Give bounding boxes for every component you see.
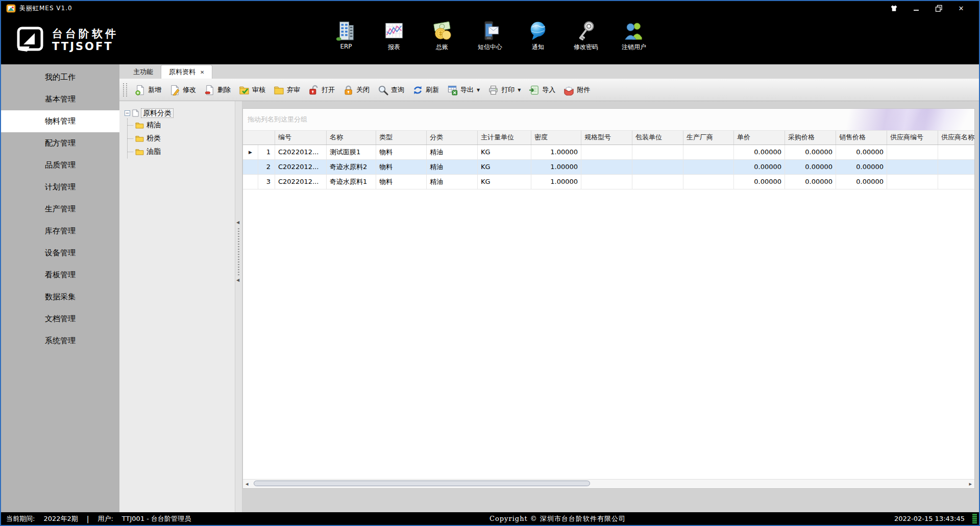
cell-name[interactable]: 奇迹水原料2 [327, 160, 376, 174]
print-button[interactable]: 打印 ▼ [484, 82, 525, 98]
sidebar-item-document[interactable]: 文档管理 [1, 308, 119, 330]
cell-category[interactable]: 精油 [427, 175, 478, 189]
column-header-type[interactable]: 类型 [376, 131, 427, 145]
cell-manufacturer[interactable] [683, 160, 734, 174]
tree-root-node[interactable]: 原料分类 [141, 108, 174, 118]
cell-manufacturer[interactable] [683, 145, 734, 159]
quick-launch-general-ledger[interactable]: 总账 [429, 20, 455, 52]
unaudit-button[interactable]: 弃审 [270, 82, 304, 98]
cell-unit-price[interactable]: 0.00000 [734, 175, 785, 189]
audit-button[interactable]: 审核 [235, 82, 270, 98]
table-row[interactable]: 2C2022012...奇迹水原料2物料精油KG1.000000.000000.… [243, 160, 974, 175]
cell-name[interactable]: 奇迹水原料1 [327, 175, 376, 189]
cell-spec-model[interactable] [581, 160, 632, 174]
horizontal-scrollbar[interactable]: ◂ ▸ [243, 479, 974, 488]
sidebar-item-my-work[interactable]: 我的工作 [1, 66, 119, 88]
column-header-manufacturer[interactable]: 生产厂商 [683, 131, 734, 145]
cell-main-unit[interactable]: KG [478, 160, 531, 174]
import-button[interactable]: 导入 [525, 82, 559, 98]
close-button[interactable]: ✕ [953, 3, 969, 14]
column-header-sale-price[interactable]: 销售价格 [836, 131, 887, 145]
edit-button[interactable]: 修改 [165, 82, 200, 98]
cell-spec-model[interactable] [581, 175, 632, 189]
splitter-handle[interactable] [238, 228, 239, 276]
quick-launch-change-password[interactable]: 修改密码 [573, 20, 599, 52]
cell-category[interactable]: 精油 [427, 160, 478, 174]
new-button[interactable]: 新增 [131, 82, 165, 98]
sidebar-item-production[interactable]: 生产管理 [1, 198, 119, 220]
sidebar-item-data-collection[interactable]: 数据采集 [1, 286, 119, 308]
sidebar-item-kanban[interactable]: 看板管理 [1, 264, 119, 286]
query-button[interactable]: 查询 [374, 82, 408, 98]
splitter[interactable]: ◀ ◀ [235, 101, 242, 512]
minimize-button[interactable] [909, 3, 924, 14]
table-row[interactable]: ▶1C2022012...测试面膜1物料精油KG1.000000.000000.… [243, 145, 974, 160]
sidebar-item-system[interactable]: 系统管理 [1, 330, 119, 352]
scroll-right-icon[interactable]: ▸ [969, 480, 972, 488]
column-header-name[interactable]: 名称 [327, 131, 376, 145]
export-button[interactable]: 导出 ▼ [443, 82, 484, 98]
sidebar-item-quality[interactable]: 品质管理 [1, 154, 119, 176]
cell-unit-price[interactable]: 0.00000 [734, 160, 785, 174]
tree-node[interactable]: 油脂 [128, 145, 233, 158]
column-header-spec-model[interactable]: 规格型号 [581, 131, 632, 145]
column-header-purchase-price[interactable]: 采购价格 [785, 131, 836, 145]
table-row[interactable]: 3C2022012...奇迹水原料1物料精油KG1.000000.000000.… [243, 175, 974, 189]
cell-package-unit[interactable] [632, 145, 683, 159]
scroll-left-icon[interactable]: ◂ [246, 480, 249, 488]
cell-sale-price[interactable]: 0.00000 [836, 175, 887, 189]
sidebar-item-equipment[interactable]: 设备管理 [1, 242, 119, 264]
column-header-category[interactable]: 分类 [427, 131, 478, 145]
cell-density[interactable]: 1.00000 [531, 145, 581, 159]
tab-main-functions[interactable]: 主功能 [126, 65, 161, 79]
quick-launch-notice[interactable]: 通知 [525, 20, 551, 52]
cell-sale-price[interactable]: 0.00000 [836, 145, 887, 159]
sidebar-item-plan[interactable]: 计划管理 [1, 176, 119, 198]
sidebar-item-basic[interactable]: 基本管理 [1, 88, 119, 110]
collapse-left-icon[interactable]: ◀ [236, 278, 239, 282]
cell-type[interactable]: 物料 [376, 145, 427, 159]
cell-name[interactable]: 测试面膜1 [327, 145, 376, 159]
refresh-button[interactable]: 刷新 [408, 82, 443, 98]
cell-main-unit[interactable]: KG [478, 145, 531, 159]
cell-code[interactable]: C2022012... [275, 160, 327, 174]
cell-purchase-price[interactable]: 0.00000 [785, 145, 836, 159]
cell-main-unit[interactable]: KG [478, 175, 531, 189]
cell-manufacturer[interactable] [683, 175, 734, 189]
maximize-button[interactable] [931, 3, 946, 14]
cell-supplier-name[interactable] [938, 175, 974, 189]
quick-launch-report[interactable]: 报表 [381, 20, 407, 52]
cell-package-unit[interactable] [632, 160, 683, 174]
column-header-code[interactable]: 编号 [275, 131, 327, 145]
sidebar-item-formula[interactable]: 配方管理 [1, 132, 119, 154]
cell-type[interactable]: 物料 [376, 175, 427, 189]
close-icon[interactable]: ✕ [200, 69, 204, 75]
quick-launch-erp[interactable]: ERP [333, 20, 359, 52]
cell-density[interactable]: 1.00000 [531, 160, 581, 174]
collapse-left-icon[interactable]: ◀ [236, 220, 239, 225]
cell-sale-price[interactable]: 0.00000 [836, 160, 887, 174]
chevron-down-icon[interactable]: ▼ [518, 88, 521, 92]
skin-icon[interactable] [886, 3, 901, 14]
cell-density[interactable]: 1.00000 [531, 175, 581, 189]
cell-category[interactable]: 精油 [427, 145, 478, 159]
cell-code[interactable]: C2022012... [275, 145, 327, 159]
cell-supplier-code[interactable] [887, 145, 938, 159]
quick-launch-logout-user[interactable]: 注销用户 [621, 20, 647, 52]
tree-node[interactable]: 粉类 [128, 132, 233, 145]
column-header-unit-price[interactable]: 单价 [734, 131, 785, 145]
cell-unit-price[interactable]: 0.00000 [734, 145, 785, 159]
chevron-down-icon[interactable]: ▼ [477, 88, 480, 92]
cell-supplier-code[interactable] [887, 160, 938, 174]
tab-raw-material[interactable]: 原料资料 ✕ [161, 65, 212, 79]
cell-spec-model[interactable] [581, 145, 632, 159]
column-header-package-unit[interactable]: 包装单位 [632, 131, 683, 145]
attachment-button[interactable]: 附件 [559, 82, 594, 98]
cell-purchase-price[interactable]: 0.00000 [785, 175, 836, 189]
scrollbar-thumb[interactable] [254, 481, 590, 486]
column-header-main-unit[interactable]: 主计量单位 [478, 131, 531, 145]
cell-package-unit[interactable] [632, 175, 683, 189]
group-by-panel[interactable]: 拖动列名到这里分组 [243, 109, 974, 130]
sidebar-item-inventory[interactable]: 库存管理 [1, 220, 119, 242]
open-button[interactable]: 打开 [304, 82, 339, 98]
